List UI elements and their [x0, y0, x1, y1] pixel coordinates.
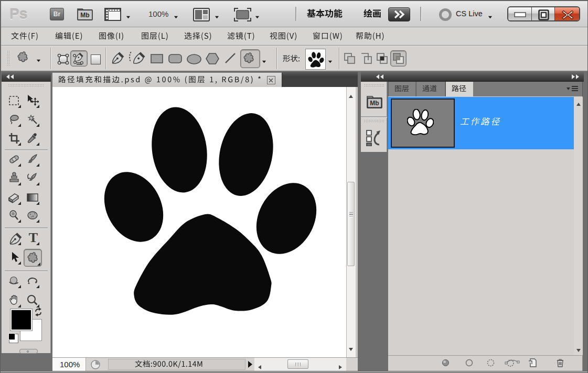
svg-text:Mb: Mb — [80, 12, 89, 19]
svg-text:Mb: Mb — [370, 100, 379, 107]
